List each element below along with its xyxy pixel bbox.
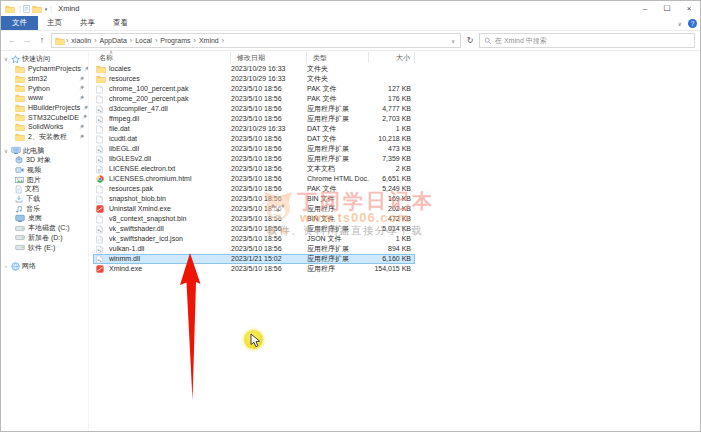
table-row[interactable]: vk_swiftshader_icd.json2023/5/10 18:56JS… <box>93 234 415 244</box>
sidebar-item[interactable]: stm32 <box>1 74 88 84</box>
qat-new-folder-button[interactable] <box>32 5 42 13</box>
sidebar-item-label: Python <box>28 85 50 92</box>
table-row[interactable]: winmm.dll2023/1/21 15:02应用程序扩展6,160 KB <box>93 254 415 264</box>
address-dropdown-icon[interactable]: ∨ <box>451 38 457 44</box>
sidebar-item[interactable]: 文档 <box>1 185 88 195</box>
chevron-right-icon[interactable]: › <box>3 263 9 269</box>
sidebar-item[interactable]: PycharmProjects <box>1 64 88 74</box>
help-icon[interactable]: ? <box>688 19 697 28</box>
minimize-button[interactable]: – <box>634 1 656 16</box>
table-row[interactable]: vk_swiftshader.dll2023/5/10 18:56应用程序扩展5… <box>93 224 415 234</box>
table-row[interactable]: icudtl.dat2023/5/10 18:56DAT 文件10,218 KB <box>93 134 415 144</box>
sidebar-item[interactable]: 图片 <box>1 175 88 185</box>
file-type: DAT 文件 <box>307 134 369 144</box>
refresh-icon[interactable]: ↻ <box>464 36 476 45</box>
menu-tab-0[interactable]: 主页 <box>38 16 71 30</box>
table-row[interactable]: libEGL.dll2023/5/10 18:56应用程序扩展473 KB <box>93 144 415 154</box>
sidebar-section: ›网络 <box>1 261 88 271</box>
table-row[interactable]: resources2023/10/29 16:33文件夹 <box>93 74 415 84</box>
sidebar-item[interactable]: 桌面 <box>1 214 88 224</box>
forward-button[interactable]: → <box>21 36 33 45</box>
menu-file[interactable]: 文件 <box>1 16 38 30</box>
sidebar-item[interactable]: STM32CubeIDE <box>1 112 88 122</box>
qat-properties-button[interactable] <box>23 5 30 13</box>
back-button[interactable]: ← <box>6 36 18 45</box>
sidebar-item[interactable]: Python <box>1 83 88 93</box>
file-icon-cell <box>93 194 109 204</box>
breadcrumb-segment[interactable]: AppData <box>98 37 129 44</box>
menu-tab-1[interactable]: 共享 <box>71 16 104 30</box>
file-type: BIN 文件 <box>307 214 369 224</box>
folder-icon <box>15 113 25 121</box>
table-row[interactable]: vulkan-1.dll2023/5/10 18:56应用程序扩展894 KB <box>93 244 415 254</box>
sidebar-item[interactable]: 软件 (E:) <box>1 243 88 253</box>
file-type: 应用程序扩展 <box>307 244 369 254</box>
file-date: 2023/5/10 18:56 <box>231 144 307 154</box>
table-row[interactable]: LICENSE.electron.txt2023/5/10 18:56文本文档2… <box>93 164 415 174</box>
table-row[interactable]: file.dat2023/10/29 16:33DAT 文件1 KB <box>93 124 415 134</box>
chevron-down-icon[interactable]: ∨ <box>3 148 9 154</box>
file-name: Xmind.exe <box>109 264 231 274</box>
sidebar-section-0[interactable]: ∨快速访问 <box>1 54 88 64</box>
sidebar-section-2[interactable]: ›网络 <box>1 261 88 271</box>
table-row[interactable]: d3dcompiler_47.dll2023/5/10 18:56应用程序扩展4… <box>93 104 415 114</box>
sidebar-item[interactable]: 2、安装教程 <box>1 132 88 142</box>
menu-tab-2[interactable]: 查看 <box>104 16 137 30</box>
disk-icon <box>15 234 25 241</box>
desktop-icon <box>15 214 25 223</box>
column-headers: 名称∧修改日期类型大小 <box>93 52 700 63</box>
table-row[interactable]: resources.pak2023/5/10 18:56PAK 文件5,249 … <box>93 184 415 194</box>
table-row[interactable]: chrome_200_percent.pak2023/5/10 18:56PAK… <box>93 94 415 104</box>
sidebar-item[interactable]: 下载 <box>1 194 88 204</box>
table-row[interactable]: Uninstall Xmind.exe2023/5/10 18:56应用程序20… <box>93 204 415 214</box>
folder-icon <box>15 84 25 92</box>
breadcrumb-segment[interactable]: Local <box>133 37 154 44</box>
close-button[interactable]: × <box>678 1 700 16</box>
table-row[interactable]: v8_context_snapshot.bin2023/5/10 18:56BI… <box>93 214 415 224</box>
sidebar-item[interactable]: 3D 对象 <box>1 156 88 166</box>
breadcrumb-segment[interactable]: Xmind <box>197 37 221 44</box>
file-icon <box>96 85 103 94</box>
breadcrumb-segment[interactable]: xiaolin <box>69 37 93 44</box>
sidebar-item[interactable]: SolidWorks <box>1 122 88 132</box>
column-header-1[interactable]: 修改日期 <box>231 52 307 63</box>
breadcrumb[interactable]: ›xiaolin›AppData›Local›Programs›Xmind› ∨ <box>51 33 461 48</box>
sidebar-item[interactable]: 新加卷 (D:) <box>1 233 88 243</box>
sidebar-item[interactable]: 视频 <box>1 165 88 175</box>
file-date: 2023/5/10 18:56 <box>231 134 307 144</box>
qat-customize-button[interactable]: ▾ <box>45 6 48 12</box>
qat-separator: | <box>50 5 52 12</box>
chevron-down-icon[interactable]: ∨ <box>3 56 9 62</box>
file-icon-cell <box>93 124 109 134</box>
file-date: 2023/10/29 16:33 <box>231 124 307 134</box>
maximize-button[interactable]: ☐ <box>656 1 678 16</box>
search-input[interactable]: 在 Xmind 中搜索 <box>479 33 695 48</box>
column-header-3[interactable]: 大小 <box>369 52 415 63</box>
search-icon <box>484 37 492 45</box>
sidebar-item[interactable]: www <box>1 93 88 103</box>
sidebar-item-label: 图片 <box>27 175 41 185</box>
up-button[interactable]: ↑ <box>36 36 48 45</box>
table-row[interactable]: chrome_100_percent.pak2023/5/10 18:56PAK… <box>93 84 415 94</box>
file-icon <box>96 215 103 224</box>
table-row[interactable]: snapshot_blob.bin2023/5/10 18:56BIN 文件16… <box>93 194 415 204</box>
file-name: resources <box>109 74 231 84</box>
column-header-0[interactable]: 名称∧ <box>93 52 231 63</box>
folder-icon <box>15 94 25 102</box>
file-size <box>369 74 415 84</box>
table-row[interactable]: LICENSES.chromium.html2023/5/10 18:56Chr… <box>93 174 415 184</box>
ribbon-collapse-icon[interactable]: ∨ <box>678 20 682 27</box>
table-row[interactable]: locales2023/10/29 16:33文件夹 <box>93 64 415 74</box>
breadcrumb-segment[interactable]: Programs <box>158 37 192 44</box>
sidebar-section-1[interactable]: ∨此电脑 <box>1 146 88 156</box>
picture-icon <box>15 176 24 184</box>
table-row[interactable]: libGLESv2.dll2023/5/10 18:56应用程序扩展7,359 … <box>93 154 415 164</box>
sidebar-item[interactable]: 本地磁盘 (C:) <box>1 223 88 233</box>
sidebar-item[interactable]: 音乐 <box>1 204 88 214</box>
table-row[interactable]: Xmind.exe2023/5/10 18:56应用程序154,015 KB <box>93 264 415 274</box>
table-row[interactable]: ffmpeg.dll2023/5/10 18:56应用程序扩展2,703 KB <box>93 114 415 124</box>
sidebar-item[interactable]: HBuilderProjects <box>1 103 88 113</box>
column-header-2[interactable]: 类型 <box>307 52 369 63</box>
file-type: 应用程序 <box>307 264 369 274</box>
file-name: resources.pak <box>109 184 231 194</box>
